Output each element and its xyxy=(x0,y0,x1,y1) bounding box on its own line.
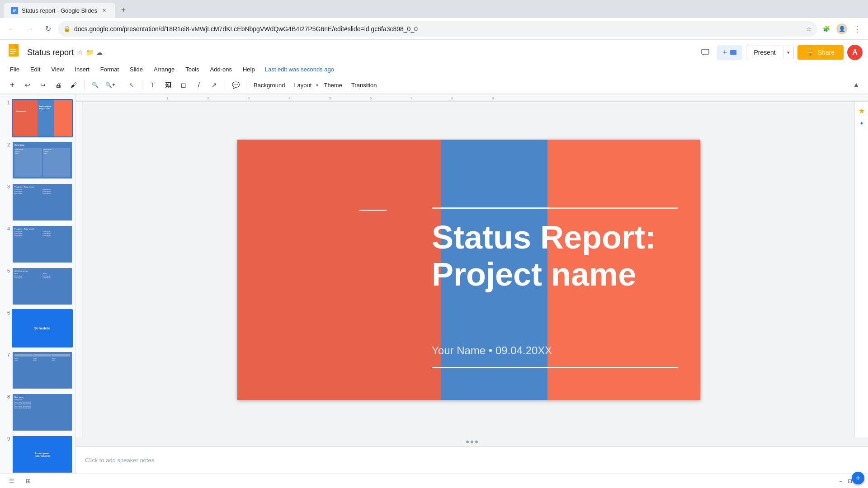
present-dropdown-arrow[interactable]: ▾ xyxy=(783,47,793,58)
extensions-icon[interactable]: 🧩 xyxy=(819,22,834,36)
menu-slide[interactable]: Slide xyxy=(125,64,147,75)
zoom-out-button[interactable]: − xyxy=(837,477,844,485)
google-slides-logo xyxy=(5,43,24,61)
paint-format-button[interactable]: 🖌 xyxy=(67,78,80,92)
text-box-button[interactable]: T xyxy=(146,78,160,92)
menu-help[interactable]: Help xyxy=(238,64,259,75)
line-arrow-button[interactable]: ↗ xyxy=(208,78,221,92)
transition-button[interactable]: Transition xyxy=(348,80,381,90)
slide-thumbnail-7[interactable]: Loremipsum Loremipsum Loremipsum xyxy=(12,351,73,389)
collapse-toolbar-button[interactable]: ▲ xyxy=(850,79,863,91)
slide-thumbnail-9[interactable]: Lorem ipsumdolor sit amet xyxy=(12,435,73,474)
slide-thumb-7[interactable]: 7 Loremipsum Loremipsum Loremips xyxy=(2,350,74,390)
lock-icon: 🔒 xyxy=(63,25,71,32)
menu-addons[interactable]: Add-ons xyxy=(206,64,236,75)
slide-grid-view-button[interactable]: ⊞ xyxy=(22,475,34,488)
forward-button[interactable]: → xyxy=(22,21,38,37)
new-tab-button[interactable]: + xyxy=(117,4,130,16)
layout-button[interactable]: Layout xyxy=(290,80,315,90)
svg-rect-3 xyxy=(13,11,15,12)
close-tab-icon[interactable]: ✕ xyxy=(101,7,108,14)
last-edit-text[interactable]: Last edit was seconds ago xyxy=(265,66,334,73)
slide-thumbnail-1[interactable]: Status Report:Project name xyxy=(12,99,73,137)
slide-thumb-9[interactable]: 9 Lorem ipsumdolor sit amet xyxy=(2,434,74,474)
svg-text:9: 9 xyxy=(492,96,494,100)
menu-edit[interactable]: Edit xyxy=(26,64,45,75)
profile-icon[interactable]: 👤 xyxy=(835,22,849,36)
zoom-in-toolbar-button[interactable]: 🔍+ xyxy=(104,78,117,92)
svg-rect-8 xyxy=(10,53,14,54)
smart-compose-icon[interactable]: ✦ xyxy=(856,118,867,129)
chrome-menu-icon[interactable]: ⋮ xyxy=(850,22,864,36)
zoom-out-toolbar-button[interactable]: 🔍 xyxy=(88,78,102,92)
user-avatar[interactable]: A xyxy=(847,45,863,60)
slide-subtitle-text[interactable]: Your Name • 09.04.20XX xyxy=(432,344,552,357)
print-button[interactable]: 🖨 xyxy=(52,78,65,92)
svg-text:5: 5 xyxy=(329,96,331,100)
menu-insert[interactable]: Insert xyxy=(70,64,94,75)
new-slide-button[interactable]: + xyxy=(717,45,743,60)
line-button[interactable]: / xyxy=(192,78,206,92)
explore-icon[interactable]: ★ xyxy=(856,105,867,116)
move-to-folder-icon[interactable]: 📁 xyxy=(86,49,94,56)
active-tab[interactable]: Status report - Google Slides ✕ xyxy=(4,3,115,18)
presentation-title[interactable]: Status report xyxy=(27,48,74,57)
slide-thumb-8[interactable]: 8 Next steps Background:Lorem ipsum dolo… xyxy=(2,392,74,432)
main-slide[interactable]: Status Report: Project name Your Name • … xyxy=(237,140,700,400)
slide-thumbnail-8[interactable]: Next steps Background:Lorem ipsum dolor … xyxy=(12,393,73,432)
title-icons: ☆ 📁 ☁ xyxy=(77,49,103,56)
ruler-top: 1 2 3 4 5 6 7 8 9 xyxy=(76,94,868,102)
layout-arrow[interactable]: ▾ xyxy=(316,83,318,88)
menu-row: File Edit View Insert Format Slide Arran… xyxy=(0,63,868,76)
slide-thumb-1[interactable]: 1 Status Report:Project name xyxy=(2,98,74,138)
star-title-icon[interactable]: ☆ xyxy=(77,49,83,56)
slide-thumb-3[interactable]: 3 Progress - Topic area a Lorem ipsumLor… xyxy=(2,182,74,222)
svg-text:7: 7 xyxy=(410,96,413,100)
layout-button-group: Layout ▾ xyxy=(290,80,318,90)
toolbar-row: + ↩ ↪ 🖨 🖌 🔍 🔍+ ↖ T 🖼 ◻ / ↗ 💬 Backgrou xyxy=(0,76,868,94)
toolbar-sep-1 xyxy=(84,80,85,90)
slide-thumb-6[interactable]: 6 Schedule xyxy=(2,308,74,348)
select-tool-button[interactable]: ↖ xyxy=(125,78,138,92)
slide-top-line xyxy=(432,207,678,209)
menu-file[interactable]: File xyxy=(5,64,24,75)
image-button[interactable]: 🖼 xyxy=(161,78,175,92)
background-button[interactable]: Background xyxy=(250,80,288,90)
menu-view[interactable]: View xyxy=(47,64,68,75)
add-element-button[interactable]: + xyxy=(5,78,19,92)
refresh-button[interactable]: ↻ xyxy=(40,21,56,37)
page-indicator xyxy=(76,437,868,446)
slide-thumbnail-6[interactable]: Schedule xyxy=(12,309,73,347)
star-icon[interactable]: ☆ xyxy=(806,25,812,33)
menu-format[interactable]: Format xyxy=(96,64,123,75)
slide-canvas-area[interactable]: Status Report: Project name Your Name • … xyxy=(83,102,854,437)
slide-thumb-2[interactable]: 2 Overview Lorem ipsumdolor sitamet Lore… xyxy=(2,140,74,180)
page-dot-2 xyxy=(471,441,473,443)
undo-button[interactable]: ↩ xyxy=(21,78,34,92)
menu-arrange[interactable]: Arrange xyxy=(149,64,179,75)
slide-thumbnail-2[interactable]: Overview Lorem ipsumdolor sitamet Lorem … xyxy=(12,141,73,179)
slide-thumb-5[interactable]: 5 Attention areas RisksLorem ipsumLorem … xyxy=(2,266,74,306)
comments-button[interactable] xyxy=(697,44,713,61)
svg-text:8: 8 xyxy=(451,96,453,100)
slide-title-text[interactable]: Status Report: Project name xyxy=(432,219,678,294)
back-button[interactable]: ← xyxy=(4,21,20,37)
theme-button[interactable]: Theme xyxy=(320,80,345,90)
slide-num-6: 6 xyxy=(3,309,10,315)
slide-thumbnail-5[interactable]: Attention areas RisksLorem ipsumLorem ip… xyxy=(12,267,73,305)
save-to-drive-icon[interactable]: ☁ xyxy=(96,49,103,56)
address-bar[interactable]: 🔒 docs.google.com/presentation/d/18R1ei8… xyxy=(58,21,817,37)
menu-tools[interactable]: Tools xyxy=(181,64,203,75)
main-area: 1 Status Report:Project name xyxy=(0,94,868,474)
slide-list-view-button[interactable]: ☰ xyxy=(5,475,18,488)
share-button[interactable]: 🔒 Share xyxy=(797,45,844,60)
present-button[interactable]: Present xyxy=(746,46,783,59)
shapes-button[interactable]: ◻ xyxy=(177,78,190,92)
slide-thumb-4[interactable]: 4 Progress - Topic area b Lorem ipsumLor… xyxy=(2,224,74,264)
redo-button[interactable]: ↪ xyxy=(36,78,50,92)
notes-area[interactable]: Click to add speaker notes xyxy=(76,446,868,474)
slide-thumbnail-3[interactable]: Progress - Topic area a Lorem ipsumLorem… xyxy=(12,183,73,221)
comment-button[interactable]: 💬 xyxy=(229,78,242,92)
slide-thumbnail-4[interactable]: Progress - Topic area b Lorem ipsumLorem… xyxy=(12,225,73,263)
svg-text:6: 6 xyxy=(370,96,372,100)
